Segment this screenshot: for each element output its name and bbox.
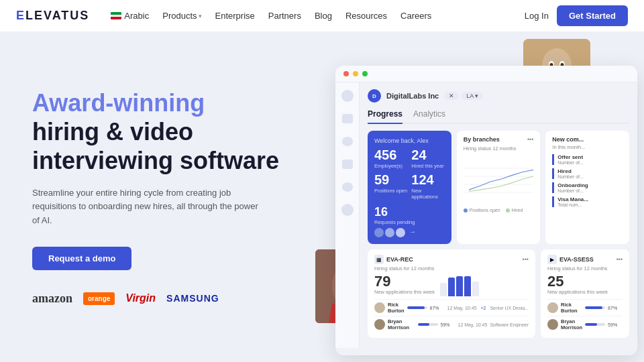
nav-item-careers[interactable]: Careers [400,11,431,21]
sidebar-icon-1 [341,89,354,103]
stat-employees-label: Employee(s) [374,163,407,169]
eva-bar-5 [472,282,479,296]
pending-section: 16 Requests pending → [374,205,445,237]
nav-item-blog[interactable]: Blog [315,11,332,21]
eva-rec-big-num: 79 [374,274,435,289]
partner-logos: amazon orange Virgin SAMSUNG [32,292,288,306]
pending-num: 16 [374,205,445,219]
dash-content: D DigitalLabs Inc ✕ LA ▾ Progress Analyt… [335,82,637,348]
candidate-row-1: Rick Burton 87% 12 May, 10:45 +2 Senior … [374,299,529,316]
ssess-cand-avatar-1 [547,302,558,313]
sidebar-icon-5 [341,180,354,194]
cand-score-2: 59% [441,322,455,327]
dash-topbar [335,66,637,82]
sidebar-icon-2 [341,112,354,125]
stat-hired-label: Hired this year [411,163,444,169]
cand-date-1: 12 May, 10:45 [447,306,477,310]
newco-label-visa: Visa Mana... [557,196,623,202]
eva-rec-card: ▦ EVA-REC ••• Hiring status for 12 month… [368,249,535,338]
ssess-score-bar-2 [585,323,597,326]
tab-progress[interactable]: Progress [368,109,402,124]
pending-avatars: → [374,228,445,237]
demo-button[interactable]: Request a demo [32,247,131,270]
sidebar-icon-6 [341,203,354,217]
mini-avatar-1 [374,228,384,237]
pending-label: Requests pending [374,219,445,225]
eva-rec-stats-row: 79 New applications this week [374,274,529,299]
branch-subtitle: Hiring status 12 months [464,145,534,152]
cand-role-2: Software Engineer [490,322,529,327]
eva-rec-num-label: New applications this week [374,289,435,295]
cand-plus-1: +2 [480,306,486,310]
newco-val-onboarding: Number of... [557,188,623,193]
nav-item-products[interactable]: Products ▾ [162,11,201,21]
amazon-logo: amazon [32,292,72,306]
dot-yellow [353,71,358,76]
hero-section: Award-winning hiring & video interviewin… [0,32,644,362]
hero-title-highlight: Award-winning [32,89,205,117]
dash-tabs: Progress Analytics [368,109,629,124]
arrow-icon: → [409,228,416,237]
score-bar-2 [418,323,430,326]
branch-more-icon[interactable]: ••• [527,136,533,143]
nav-item-resources[interactable]: Resources [345,11,387,21]
stat-applications-label: New applications [411,188,444,200]
score-bar-wrap-2 [418,323,438,326]
ssess-cand-name-1: Rick Burton [561,302,582,314]
eva-rec-status: Hiring status for 12 months [374,265,529,272]
legend-hired: Hired [506,208,523,213]
branch-chart [464,156,534,202]
cand-name-1: Rick Burton [388,302,405,314]
virgin-logo: Virgin [125,292,156,304]
eva-bar-4 [464,276,471,296]
eva-ssess-big-num: 25 [547,274,623,289]
stats-grid: Welcome back, Alex 456 Employee(s) 24 Hi… [368,131,629,244]
sidebar-icon-4 [341,158,354,171]
eva-bar-3 [456,276,463,296]
newco-label-onboarding: Onboarding [557,182,623,188]
ssess-cand-avatar-2 [547,319,558,330]
cand-avatar-1 [374,302,385,313]
eva-ssess-title-row: ▶ EVA-SSESS [547,255,594,264]
cand-date-2: 12 May, 10:45 [458,322,488,327]
cand-role-1: Senior UX Desig... [490,306,529,310]
newco-item-visa: Visa Mana... Total num... [552,196,623,207]
ssess-score-bar-1 [585,306,602,309]
bottom-row: ▦ EVA-REC ••• Hiring status for 12 month… [368,249,629,338]
get-started-button[interactable]: Get Started [557,5,628,26]
tab-analytics[interactable]: Analytics [413,109,445,123]
dot-green [362,71,368,76]
mini-avatar-2 [385,228,394,237]
samsung-logo: SAMSUNG [166,293,219,304]
stat-applications: 124 New applications [411,173,444,200]
eva-rec-name: EVA-REC [386,256,413,263]
eva-ssess-name: EVA-SSESS [559,256,594,263]
nav-item-arabic[interactable]: Arabic [111,11,149,21]
newco-title: New com... [552,136,623,143]
tag-x: ✕ [444,92,459,100]
eva-rec-more[interactable]: ••• [523,256,529,263]
nav-item-enterprise[interactable]: Enterprise [215,11,255,21]
company-name: DigitalLabs Inc [386,92,439,100]
navbar: EELEVATUSLEVATUS Arabic Products ▾ Enter… [0,0,644,32]
newco-item-hired: Hired Number of... [552,168,623,179]
eva-rec-title-row: ▦ EVA-REC [374,255,413,264]
stat-hired: 24 Hired this year [411,148,444,169]
eva-rec-icon: ▦ [374,255,384,264]
branch-legend: Positions open Hired [464,208,534,213]
hero-title-rest: hiring & video interviewing software [32,118,279,174]
flag-icon [111,12,121,19]
dot-red [343,71,349,76]
login-link[interactable]: Log In [525,11,549,21]
stat-card-blue: Welcome back, Alex 456 Employee(s) 24 Hi… [368,131,451,244]
branch-header: By branches ••• [464,136,534,143]
welcome-text: Welcome back, Alex [374,137,445,144]
nav-item-partners[interactable]: Partners [268,11,301,21]
company-tags: ✕ LA ▾ [444,92,483,100]
hero-left: Award-winning hiring & video interviewin… [0,32,315,362]
logo-e: E [16,9,25,22]
eva-bar-1 [440,283,447,296]
sidebar-icon-3 [341,135,354,148]
eva-ssess-more[interactable]: ••• [616,256,623,263]
mini-avatar-3 [396,228,405,237]
